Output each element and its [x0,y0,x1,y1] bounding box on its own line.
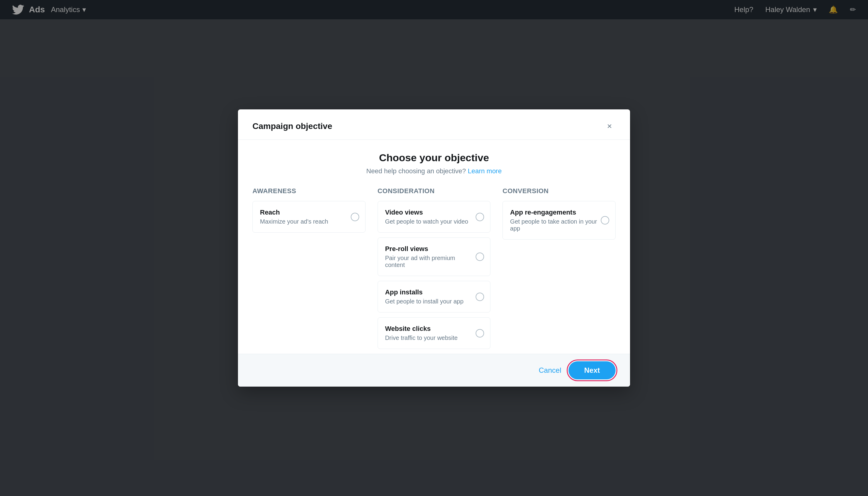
modal-footer: Cancel Next [238,354,630,387]
consideration-label: Consideration [378,187,491,195]
objectives-columns: Awareness Reach Maximize your ad's reach… [252,187,616,354]
conversion-label: Conversion [503,187,616,195]
app-installs-option[interactable]: App installs Get people to install your … [378,281,491,312]
reach-desc: Maximize your ad's reach [260,218,349,225]
cancel-button[interactable]: Cancel [539,366,561,375]
website-clicks-desc: Drive traffic to your website [385,335,475,341]
website-clicks-title: Website clicks [385,325,475,333]
modal-heading: Choose your objective [252,152,616,164]
website-clicks-radio[interactable] [476,329,484,338]
pre-roll-views-radio[interactable] [476,252,484,261]
modal-body: Choose your objective Need help choosing… [238,140,630,354]
app-reengagements-title: App re-engagements [510,208,600,216]
video-views-radio[interactable] [476,213,484,221]
campaign-objective-modal: Campaign objective × Choose your objecti… [238,109,630,387]
app-installs-desc: Get people to install your app [385,298,475,305]
close-button[interactable]: × [603,120,616,132]
video-views-option[interactable]: Video views Get people to watch your vid… [378,201,491,233]
app-reengagements-desc: Get people to take action in your app [510,218,600,232]
consideration-column: Consideration Video views Get people to … [378,187,491,354]
modal-subheading: Need help choosing an objective? Learn m… [252,167,616,175]
website-clicks-option[interactable]: Website clicks Drive traffic to your web… [378,317,491,349]
objective-heading: Choose your objective [252,152,616,164]
learn-more-link[interactable]: Learn more [468,167,502,175]
modal-title: Campaign objective [252,121,332,131]
video-views-title: Video views [385,208,475,216]
app-reengagements-radio[interactable] [601,216,609,224]
pre-roll-views-title: Pre-roll views [385,245,475,253]
pre-roll-views-desc: Pair your ad with premium content [385,254,475,268]
reach-title: Reach [260,208,349,216]
conversion-column: Conversion App re-engagements Get people… [503,187,616,244]
app-installs-title: App installs [385,289,475,296]
next-button[interactable]: Next [569,361,616,379]
app-installs-radio[interactable] [476,293,484,301]
reach-option[interactable]: Reach Maximize your ad's reach [252,201,365,233]
awareness-label: Awareness [252,187,365,195]
app-reengagements-option[interactable]: App re-engagements Get people to take ac… [503,201,616,239]
video-views-desc: Get people to watch your video [385,218,475,225]
pre-roll-views-option[interactable]: Pre-roll views Pair your ad with premium… [378,237,491,276]
awareness-column: Awareness Reach Maximize your ad's reach [252,187,365,237]
reach-radio[interactable] [351,213,359,221]
modal-header: Campaign objective × [238,109,630,140]
